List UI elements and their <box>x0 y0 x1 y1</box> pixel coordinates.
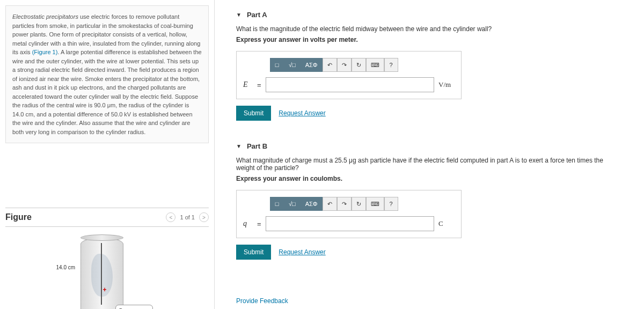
variable-q: q <box>243 219 253 228</box>
power-source-box: Power source 50.0 kV <box>115 305 153 309</box>
answer-input-b[interactable] <box>266 216 434 231</box>
part-b-header[interactable]: ▼ Part B <box>236 142 623 150</box>
problem-body-2: . A large potential difference is establ… <box>12 49 202 135</box>
templates-button[interactable]: □ <box>270 58 284 72</box>
sqrt-button[interactable]: √□ <box>284 197 301 211</box>
caret-down-icon: ▼ <box>236 143 241 149</box>
figure-reference-link[interactable]: (Figure 1) <box>32 49 58 55</box>
request-answer-link-a[interactable]: Request Answer <box>279 109 325 117</box>
equals-sign: = <box>257 220 261 228</box>
redo-button[interactable]: ↷ <box>337 58 352 72</box>
problem-italic-lead: Electrostatic precipitators <box>12 13 78 20</box>
submit-button-b[interactable]: Submit <box>236 245 271 260</box>
request-answer-link-b[interactable]: Request Answer <box>279 248 325 256</box>
answer-input-a[interactable] <box>266 77 434 92</box>
part-a-block: ▼ Part A What is the magnitude of the el… <box>236 11 623 121</box>
reset-button[interactable]: ↻ <box>352 58 366 72</box>
part-a-answer-box: □ √□ ΑΣΦ ↶ ↷ ↻ ⌨ ? E = V/m <box>236 51 462 99</box>
part-b-instruction: Express your answer in coulombs. <box>236 175 623 182</box>
part-a-instruction: Express your answer in volts per meter. <box>236 36 623 43</box>
figure-image: + 14.0 cm Power source 50.0 kV Air flow <box>5 238 209 309</box>
dimension-label: 14.0 cm <box>56 264 76 270</box>
pager-text: 1 of 1 <box>180 214 195 220</box>
sqrt-button[interactable]: √□ <box>284 58 301 72</box>
pager-prev-button[interactable]: < <box>166 212 175 222</box>
part-b-answer-box: □ √□ ΑΣΦ ↶ ↷ ↻ ⌨ ? q = C <box>236 190 462 238</box>
variable-e: E <box>243 80 253 89</box>
undo-button[interactable]: ↶ <box>323 58 337 72</box>
figure-title: Figure <box>5 212 32 222</box>
part-a-question: What is the magnitude of the electric fi… <box>236 25 623 33</box>
part-b-question: What magnitude of charge must a 25.5 μg … <box>236 157 623 172</box>
part-b-block: ▼ Part B What magnitude of charge must a… <box>236 142 623 260</box>
problem-statement: Electrostatic precipitators use electric… <box>5 5 209 143</box>
help-button[interactable]: ? <box>384 197 398 211</box>
submit-button-a[interactable]: Submit <box>236 106 271 121</box>
part-b-title: Part B <box>247 142 267 150</box>
figure-pager: < 1 of 1 > <box>166 212 209 222</box>
part-a-title: Part A <box>247 11 267 19</box>
undo-button[interactable]: ↶ <box>323 197 337 211</box>
figure-header: Figure < 1 of 1 > <box>5 208 209 227</box>
pager-next-button[interactable]: > <box>199 212 209 222</box>
keyboard-button[interactable]: ⌨ <box>366 197 384 211</box>
part-a-header[interactable]: ▼ Part A <box>236 11 623 19</box>
unit-b: C <box>438 219 455 228</box>
unit-a: V/m <box>438 80 455 89</box>
help-button[interactable]: ? <box>384 58 398 72</box>
reset-button[interactable]: ↻ <box>352 197 366 211</box>
redo-button[interactable]: ↷ <box>337 197 352 211</box>
toolbar-a: □ √□ ΑΣΦ ↶ ↷ ↻ ⌨ ? <box>270 58 455 72</box>
keyboard-button[interactable]: ⌨ <box>366 58 384 72</box>
greek-button[interactable]: ΑΣΦ <box>301 197 323 211</box>
caret-down-icon: ▼ <box>236 12 241 18</box>
templates-button[interactable]: □ <box>270 197 284 211</box>
greek-button[interactable]: ΑΣΦ <box>301 58 323 72</box>
equals-sign: = <box>257 81 261 89</box>
provide-feedback-link[interactable]: Provide Feedback <box>236 297 288 305</box>
toolbar-b: □ √□ ΑΣΦ ↶ ↷ ↻ ⌨ ? <box>270 197 455 211</box>
